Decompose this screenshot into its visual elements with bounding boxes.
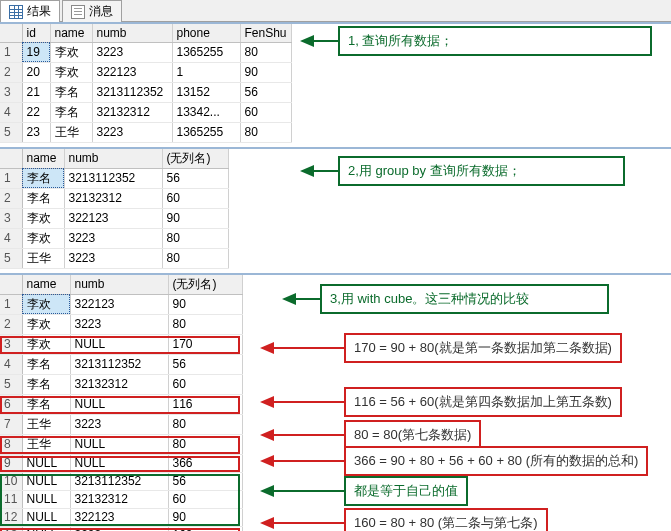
column-header[interactable]: FenShu — [240, 24, 291, 42]
cell[interactable]: 23 — [22, 122, 50, 142]
cell[interactable]: 90 — [240, 62, 291, 82]
cell[interactable]: 21 — [22, 82, 50, 102]
cell[interactable]: 56 — [168, 354, 242, 374]
cell[interactable]: 3213112352 — [92, 82, 172, 102]
cell[interactable]: 90 — [168, 294, 242, 314]
cell[interactable]: 90 — [162, 208, 228, 228]
cell[interactable]: 80 — [240, 122, 291, 142]
results-table-3[interactable]: namenumb(无列名)1李欢322123902李欢3223803李欢NULL… — [0, 275, 243, 532]
cell[interactable]: 3223 — [64, 248, 162, 268]
cell[interactable]: 56 — [168, 472, 242, 490]
cell[interactable]: 80 — [162, 248, 228, 268]
cell[interactable]: 322123 — [70, 508, 168, 526]
column-header[interactable]: numb — [64, 149, 162, 169]
table-row[interactable]: 1李欢32212390 — [0, 294, 242, 314]
cell[interactable]: 90 — [168, 508, 242, 526]
table-row[interactable]: 1李名321311235256 — [0, 168, 228, 188]
cell[interactable]: NULL — [22, 526, 70, 531]
cell[interactable]: 322123 — [64, 208, 162, 228]
tab-results[interactable]: 结果 — [0, 0, 60, 22]
cell[interactable]: 322123 — [70, 294, 168, 314]
cell[interactable]: 32132312 — [70, 490, 168, 508]
cell[interactable]: 22 — [22, 102, 50, 122]
cell[interactable]: 王华 — [50, 122, 92, 142]
cell[interactable]: 李欢 — [50, 42, 92, 62]
cell[interactable]: 32132312 — [92, 102, 172, 122]
cell[interactable]: 32132312 — [70, 374, 168, 394]
column-header[interactable]: name — [22, 275, 70, 295]
cell[interactable]: 王华 — [22, 414, 70, 434]
cell[interactable]: 116 — [168, 394, 242, 414]
table-row[interactable]: 2李名3213231260 — [0, 188, 228, 208]
table-row[interactable]: 220李欢322123190 — [0, 62, 291, 82]
cell[interactable]: NULL — [70, 334, 168, 354]
table-row[interactable]: 321李名32131123521315256 — [0, 82, 291, 102]
column-header[interactable]: numb — [92, 24, 172, 42]
results-table-2[interactable]: namenumb(无列名)1李名3213112352562李名321323126… — [0, 149, 229, 269]
cell[interactable]: 1365255 — [172, 122, 240, 142]
table-row[interactable]: 3李欢32212390 — [0, 208, 228, 228]
column-header[interactable]: numb — [70, 275, 168, 295]
cell[interactable]: 3223 — [92, 122, 172, 142]
cell[interactable]: 13342... — [172, 102, 240, 122]
cell[interactable]: 3223 — [70, 526, 168, 531]
table-row[interactable]: 5王华322380 — [0, 248, 228, 268]
cell[interactable]: 3223 — [70, 414, 168, 434]
cell[interactable]: NULL — [22, 508, 70, 526]
table-row[interactable]: 11NULL3213231260 — [0, 490, 242, 508]
column-header[interactable]: phone — [172, 24, 240, 42]
table-row[interactable]: 523王华3223136525580 — [0, 122, 291, 142]
cell[interactable]: NULL — [70, 394, 168, 414]
table-row[interactable]: 4李欢322380 — [0, 228, 228, 248]
table-row[interactable]: 7王华322380 — [0, 414, 242, 434]
table-row[interactable]: 422李名3213231213342...60 — [0, 102, 291, 122]
table-row[interactable]: 10NULL321311235256 — [0, 472, 242, 490]
table-row[interactable]: 119李欢3223136525580 — [0, 42, 291, 62]
cell[interactable]: 3213112352 — [70, 472, 168, 490]
cell[interactable]: 李欢 — [22, 334, 70, 354]
column-header[interactable]: id — [22, 24, 50, 42]
cell[interactable]: 3213112352 — [64, 168, 162, 188]
column-header[interactable]: name — [22, 149, 64, 169]
cell[interactable]: 李名 — [22, 394, 70, 414]
cell[interactable]: 李名 — [22, 354, 70, 374]
cell[interactable]: 80 — [168, 434, 242, 454]
column-header[interactable]: (无列名) — [162, 149, 228, 169]
table-row[interactable]: 12NULL32212390 — [0, 508, 242, 526]
cell[interactable]: 李名 — [22, 168, 64, 188]
table-row[interactable]: 2李欢322380 — [0, 314, 242, 334]
cell[interactable]: 80 — [168, 414, 242, 434]
cell[interactable]: 李名 — [50, 82, 92, 102]
table-row[interactable]: 13NULL3223160 — [0, 526, 242, 531]
column-header[interactable]: (无列名) — [168, 275, 242, 295]
cell[interactable]: 3223 — [64, 228, 162, 248]
table-row[interactable]: 8王华NULL80 — [0, 434, 242, 454]
cell[interactable]: 19 — [22, 42, 50, 62]
cell[interactable]: 3223 — [70, 314, 168, 334]
cell[interactable]: 王华 — [22, 248, 64, 268]
cell[interactable]: 王华 — [22, 434, 70, 454]
cell[interactable]: NULL — [22, 490, 70, 508]
column-header[interactable]: name — [50, 24, 92, 42]
cell[interactable]: 80 — [168, 314, 242, 334]
cell[interactable]: 1365255 — [172, 42, 240, 62]
cell[interactable]: 170 — [168, 334, 242, 354]
results-table-1[interactable]: idnamenumbphoneFenShu119李欢32231365255802… — [0, 24, 292, 143]
cell[interactable]: 20 — [22, 62, 50, 82]
cell[interactable]: 56 — [162, 168, 228, 188]
table-row[interactable]: 6李名NULL116 — [0, 394, 242, 414]
cell[interactable]: 13152 — [172, 82, 240, 102]
cell[interactable]: 3213112352 — [70, 354, 168, 374]
cell[interactable]: 李名 — [22, 188, 64, 208]
cell[interactable]: 60 — [168, 490, 242, 508]
table-row[interactable]: 3李欢NULL170 — [0, 334, 242, 354]
cell[interactable]: 李欢 — [50, 62, 92, 82]
cell[interactable]: 160 — [168, 526, 242, 531]
cell[interactable]: 60 — [240, 102, 291, 122]
cell[interactable]: 李欢 — [22, 208, 64, 228]
cell[interactable]: NULL — [22, 454, 70, 472]
table-row[interactable]: 4李名321311235256 — [0, 354, 242, 374]
cell[interactable]: 322123 — [92, 62, 172, 82]
cell[interactable]: 80 — [240, 42, 291, 62]
table-row[interactable]: 9NULLNULL366 — [0, 454, 242, 472]
